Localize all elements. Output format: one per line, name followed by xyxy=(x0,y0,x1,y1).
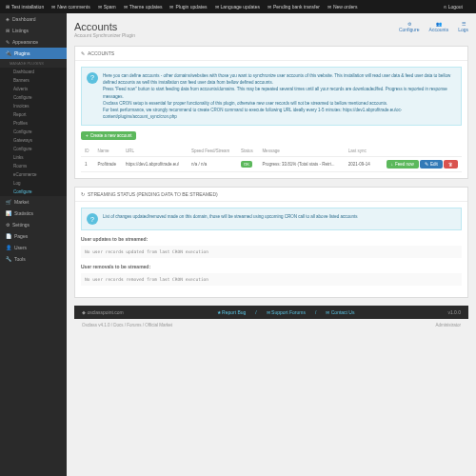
sb-sub[interactable]: Log xyxy=(0,179,67,188)
nav-appearance[interactable]: ✎ Appearance xyxy=(0,36,67,48)
nav-statistics[interactable]: 📊 Statistics xyxy=(0,208,67,219)
card-head: ↻ STREAMING STATUS (PENDING DATA TO BE S… xyxy=(75,188,467,202)
sb-sub[interactable]: Rooms xyxy=(0,162,67,170)
removals-msg: No user records removed from last CRON e… xyxy=(81,273,462,286)
footer-link[interactable]: ✉ Contact Us xyxy=(326,309,354,315)
action-configure[interactable]: ⚙Configure xyxy=(399,21,420,32)
info-box: ? List of changes updated/removed made o… xyxy=(81,208,462,230)
sb-sub[interactable]: Configure xyxy=(0,188,67,196)
sb-group-head: Manage plugins xyxy=(0,59,67,68)
footer-link[interactable]: ✉ Support Forums xyxy=(267,309,306,315)
info-icon: ? xyxy=(87,72,98,84)
removals-label: User removals to be streamed: xyxy=(81,264,462,269)
tb-item[interactable]: ✉ New comments xyxy=(51,4,89,10)
th xyxy=(376,146,462,157)
sb-sub[interactable]: Report xyxy=(0,110,67,119)
sb-sub[interactable]: Invoices xyxy=(0,102,67,110)
info-box: ? Here you can define accounts - other d… xyxy=(81,67,462,126)
sb-sub[interactable]: Dashboard xyxy=(0,68,67,76)
th: Speed Feed/Stream xyxy=(188,146,237,157)
status-badge: OK xyxy=(241,161,252,168)
nav-dashboard[interactable]: ◈ Dashboard xyxy=(0,13,67,25)
create-account-button[interactable]: + Create a new account xyxy=(81,131,136,140)
th: Name xyxy=(93,146,122,157)
tb-item[interactable]: ⊞ Test installation xyxy=(6,4,44,10)
footer-link[interactable]: ★ Report Bug xyxy=(217,309,247,315)
th: ID xyxy=(81,146,93,157)
info-text: Here you can define accounts - other dom… xyxy=(103,72,456,120)
feed-now-button[interactable]: ↓ Feed now xyxy=(387,160,419,169)
user-label: Administrator xyxy=(435,323,461,327)
th: Last sync xyxy=(345,146,376,157)
footer-version: v1.0.0 xyxy=(447,309,461,315)
streaming-card: ↻ STREAMING STATUS (PENDING DATA TO BE S… xyxy=(74,187,468,298)
tb-item[interactable]: ✉ Spam xyxy=(98,4,116,10)
sidebar: ◈ Dashboard ⊞ Listings ✎ Appearance 🔌 Pl… xyxy=(0,13,67,476)
tb-item[interactable]: ✉ Pending bank transfer xyxy=(268,4,320,10)
nav-pages[interactable]: 📄 Pages xyxy=(0,230,67,242)
accounts-card: ✎ ACCOUNTS ? Here you can define account… xyxy=(74,46,468,179)
nav-listings[interactable]: ⊞ Listings xyxy=(0,25,67,36)
info-text: List of changes updated/removed made on … xyxy=(103,213,357,225)
page-title: Accounts xyxy=(74,21,135,32)
card-head: ✎ ACCOUNTS xyxy=(75,47,467,61)
action-accounts[interactable]: 👥Accounts xyxy=(429,21,449,32)
delete-button[interactable]: 🗑 xyxy=(444,160,458,169)
breadcrumb: Osclass v4.1.0 / Docs / Forums / Officia… xyxy=(74,319,468,331)
main-content: Accounts Account Synchronizer Plugin ⚙Co… xyxy=(67,13,476,476)
footer: ◆ osclasspoint.com ★ Report Bug / ✉ Supp… xyxy=(74,306,468,319)
action-logs[interactable]: ☰Logs xyxy=(458,21,468,32)
sb-sub[interactable]: Configure xyxy=(0,93,67,102)
topbar: ⊞ Test installation ✉ New comments ✉ Spa… xyxy=(0,0,476,13)
sb-sub[interactable]: Gateways xyxy=(0,136,67,145)
sb-sub[interactable]: Links xyxy=(0,153,67,162)
table-row: 1 Profitrade https://dev1.abprofitrade.e… xyxy=(81,157,462,172)
edit-button[interactable]: ✎ Edit xyxy=(420,160,443,169)
tb-item[interactable]: ✉ New orders xyxy=(327,4,358,10)
info-icon: ? xyxy=(87,213,98,225)
th: URL xyxy=(122,146,188,157)
tb-item[interactable]: ✉ Theme updates xyxy=(124,4,163,10)
th: Message xyxy=(258,146,344,157)
page-subtitle: Account Synchronizer Plugin xyxy=(74,32,135,38)
accounts-table: ID Name URL Speed Feed/Stream Status Mes… xyxy=(81,146,462,172)
sb-sub[interactable]: Configure xyxy=(0,145,67,153)
nav-market[interactable]: 🛒 Market xyxy=(0,196,67,208)
nav-tools[interactable]: 🔧 Tools xyxy=(0,253,67,265)
nav-settings[interactable]: ⚙ Settings xyxy=(0,219,67,230)
sb-sub[interactable]: eCommerce xyxy=(0,170,67,179)
updates-label: User updates to be streamed: xyxy=(81,236,462,242)
nav-plugins[interactable]: 🔌 Plugins xyxy=(0,48,67,59)
sb-sub[interactable]: Banners xyxy=(0,76,67,85)
nav-users[interactable]: 👤 Users xyxy=(0,242,67,253)
sb-sub[interactable]: Adverts xyxy=(0,85,67,93)
th: Status xyxy=(237,146,258,157)
tb-item[interactable]: ✉ Language updates xyxy=(215,4,260,10)
sb-sub[interactable]: Profiles xyxy=(0,119,67,128)
tb-item[interactable]: ✉ Plugin updates xyxy=(169,4,207,10)
logout[interactable]: ⎋ Logout xyxy=(444,4,463,10)
sb-sub[interactable]: Configure xyxy=(0,128,67,136)
footer-brand[interactable]: ◆ osclasspoint.com xyxy=(82,309,124,315)
updates-msg: No user records updated from last CRON e… xyxy=(81,246,462,258)
